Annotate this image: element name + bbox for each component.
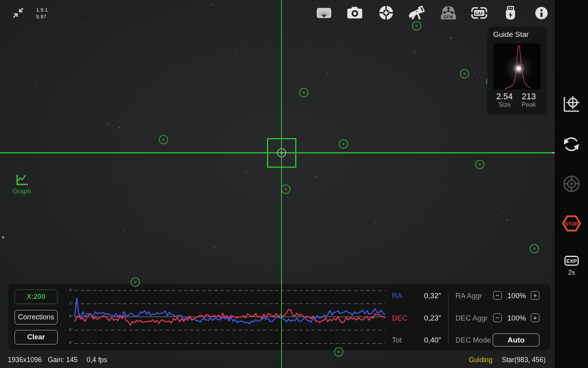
- svg-text:STOP: STOP: [565, 221, 578, 227]
- svg-text:2s: 2s: [568, 269, 575, 276]
- svg-text:EXP: EXP: [566, 258, 577, 264]
